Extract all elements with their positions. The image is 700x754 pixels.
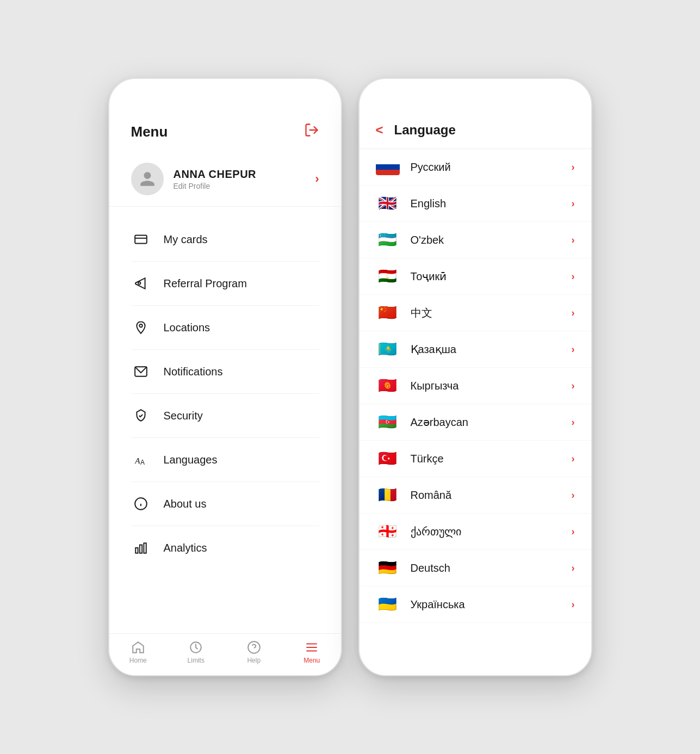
lang-item-ro[interactable]: 🇷🇴 Română ›: [360, 477, 591, 514]
flag-uz: 🇺🇿: [376, 232, 400, 248]
lang-name-tr: Türkçe: [411, 453, 572, 465]
nav-help[interactable]: Help: [225, 640, 283, 664]
language-list: Русский › 🇬🇧 English › 🇺🇿 O'zbek › 🇹🇯 То…: [360, 149, 591, 623]
lang-item-ge[interactable]: 🇬🇪 ქართული ›: [360, 514, 591, 550]
shield-icon: [131, 406, 151, 425]
bar-chart-icon: [131, 538, 151, 558]
lang-name-ru: Русский: [411, 161, 572, 174]
left-phone: Menu ANNA CHEPUR: [108, 78, 342, 676]
lang-name-de: Deutsch: [411, 562, 572, 574]
back-button[interactable]: <: [376, 122, 383, 138]
card-icon: [131, 230, 151, 249]
analytics-label: Analytics: [164, 542, 207, 554]
nav-menu[interactable]: Menu: [283, 640, 341, 664]
menu-items-list: My cards Referral Program Locations: [109, 212, 341, 575]
left-phone-inner: Menu ANNA CHEPUR: [109, 79, 341, 575]
nav-help-label: Help: [247, 657, 261, 664]
lang-item-tr[interactable]: 🇹🇷 Türkçe ›: [360, 441, 591, 477]
nav-menu-label: Menu: [303, 657, 320, 664]
lang-item-en[interactable]: 🇬🇧 English ›: [360, 186, 591, 222]
lang-chevron-uz: ›: [572, 234, 575, 246]
referral-label: Referral Program: [164, 277, 247, 290]
lang-chevron-ge: ›: [572, 526, 575, 537]
lang-item-uz[interactable]: 🇺🇿 O'zbek ›: [360, 222, 591, 258]
lang-name-ge: ქართული: [411, 525, 572, 538]
languages-label: Languages: [164, 454, 218, 466]
right-phone: < Language Русский › 🇬🇧 English › 🇺🇿: [358, 78, 592, 676]
notifications-label: Notifications: [164, 366, 223, 378]
about-label: About us: [164, 498, 207, 510]
flag-ro: 🇷🇴: [376, 487, 400, 503]
flag-cn: 🇨🇳: [376, 305, 400, 321]
flag-tj: 🇹🇯: [376, 268, 400, 285]
menu-header: Menu: [109, 112, 341, 152]
lang-name-ua: Українська: [411, 598, 572, 611]
avatar: [131, 163, 164, 195]
lang-item-ua[interactable]: 🇺🇦 Українська ›: [360, 586, 591, 623]
mail-icon: [131, 362, 151, 381]
profile-edit-label: Edit Profile: [174, 182, 315, 190]
lang-name-kg: Кыргызча: [411, 380, 572, 392]
lang-chevron-en: ›: [572, 198, 575, 209]
my-cards-label: My cards: [164, 233, 208, 246]
menu-item-security[interactable]: Security: [109, 394, 341, 437]
flag-de: 🇩🇪: [376, 560, 400, 576]
flag-en: 🇬🇧: [376, 195, 400, 212]
svg-rect-1: [135, 235, 147, 243]
lang-chevron-kg: ›: [572, 380, 575, 392]
megaphone-icon: [131, 274, 151, 293]
lang-name-uz: O'zbek: [411, 234, 572, 246]
location-icon: [131, 318, 151, 337]
lang-item-kz[interactable]: 🇰🇿 Қазақша ›: [360, 331, 591, 368]
svg-point-14: [248, 641, 260, 653]
profile-info: ANNA CHEPUR Edit Profile: [174, 168, 315, 190]
lang-item-de[interactable]: 🇩🇪 Deutsch ›: [360, 550, 591, 586]
flag-kg: 🇰🇬: [376, 378, 400, 394]
lang-item-cn[interactable]: 🇨🇳 中文 ›: [360, 295, 591, 331]
flag-ru: [376, 159, 400, 175]
lang-item-az[interactable]: 🇦🇿 Azərbaycan ›: [360, 404, 591, 441]
menu-item-languages[interactable]: A A Languages: [109, 438, 341, 481]
menu-item-my-cards[interactable]: My cards: [109, 218, 341, 261]
security-label: Security: [164, 410, 203, 422]
language-header: < Language: [360, 112, 591, 149]
lang-chevron-de: ›: [572, 563, 575, 574]
nav-home[interactable]: Home: [109, 640, 168, 664]
flag-ge: 🇬🇪: [376, 523, 400, 540]
menu-item-about[interactable]: About us: [109, 482, 341, 526]
logout-button[interactable]: [304, 122, 319, 141]
svg-point-3: [139, 324, 142, 327]
lang-name-en: English: [411, 197, 572, 210]
menu-title: Menu: [131, 123, 168, 140]
translate-icon: A A: [131, 450, 151, 469]
phones-container: Menu ANNA CHEPUR: [108, 78, 592, 676]
profile-section[interactable]: ANNA CHEPUR Edit Profile ›: [109, 152, 341, 207]
lang-chevron-kz: ›: [572, 344, 575, 355]
menu-item-notifications[interactable]: Notifications: [109, 350, 341, 393]
lang-chevron-tr: ›: [572, 453, 575, 465]
lang-item-kg[interactable]: 🇰🇬 Кыргызча ›: [360, 368, 591, 404]
lang-name-cn: 中文: [411, 306, 572, 320]
nav-home-label: Home: [129, 657, 147, 664]
lang-name-kz: Қазақша: [411, 343, 572, 356]
lang-chevron-tj: ›: [572, 271, 575, 282]
menu-item-analytics[interactable]: Analytics: [109, 526, 341, 570]
lang-item-tj[interactable]: 🇹🇯 Тоҷикӣ ›: [360, 258, 591, 295]
lang-chevron-ru: ›: [572, 162, 575, 173]
lang-chevron-ro: ›: [572, 490, 575, 501]
lang-chevron-az: ›: [572, 417, 575, 428]
nav-limits[interactable]: Limits: [167, 640, 225, 664]
info-icon: [131, 494, 151, 514]
lang-item-ru[interactable]: Русский ›: [360, 149, 591, 186]
language-title: Language: [394, 122, 456, 138]
menu-item-locations[interactable]: Locations: [109, 306, 341, 349]
lang-name-az: Azərbaycan: [411, 416, 572, 429]
svg-rect-11: [139, 545, 141, 553]
svg-text:A: A: [140, 459, 144, 466]
svg-rect-12: [144, 543, 146, 553]
lang-name-ro: Română: [411, 489, 572, 502]
profile-chevron-icon: ›: [315, 172, 319, 186]
flag-kz: 🇰🇿: [376, 341, 400, 357]
menu-item-referral[interactable]: Referral Program: [109, 262, 341, 305]
svg-text:A: A: [134, 456, 140, 465]
